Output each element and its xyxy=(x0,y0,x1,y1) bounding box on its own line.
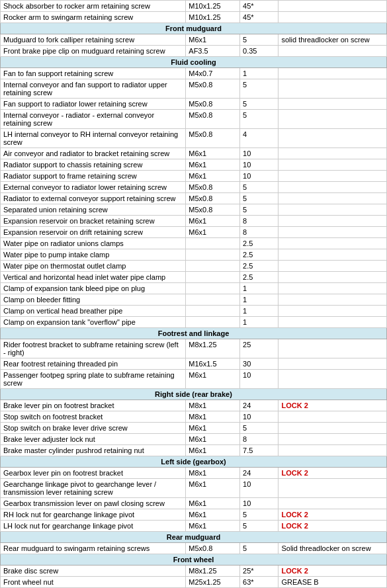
table-row: Rider footrest bracket to subframe retai… xyxy=(1,339,387,358)
thread-cell: M6x1 xyxy=(186,148,240,159)
table-row: Brake disc screwM8x1.2525*LOCK 2 xyxy=(1,566,387,577)
note-cell xyxy=(279,204,387,216)
note-cell xyxy=(279,79,387,99)
table-row: Vertical and horizontal head inlet water… xyxy=(1,272,387,283)
thread-cell: M10x1.25 xyxy=(186,12,240,23)
table-row: RH lock nut for gearchange linkage pivot… xyxy=(1,509,387,521)
torque-table: Shock absorber to rocker arm retaining s… xyxy=(0,0,387,588)
table-row: Brake lever pin on footrest bracketM8x12… xyxy=(1,400,387,411)
table-row: Water pipe to pump intake clamp2.5 xyxy=(1,249,387,261)
thread-cell xyxy=(186,294,240,306)
table-row: Radiator support to chassis retaining sc… xyxy=(1,159,387,171)
thread-cell xyxy=(186,283,240,294)
desc-cell: Clamp on expansion tank "overflow" pipe xyxy=(1,317,186,328)
thread-cell: M6x1 xyxy=(186,445,240,456)
note-cell xyxy=(279,261,387,272)
note-cell xyxy=(279,339,387,358)
torque-cell: 4 xyxy=(240,129,279,148)
torque-cell: 2.5 xyxy=(240,261,279,272)
desc-cell: Mudguard to fork calliper retaining scre… xyxy=(1,34,186,46)
torque-cell: 10 xyxy=(240,479,279,498)
thread-cell: M6x1 xyxy=(186,227,240,238)
desc-cell: Internal conveyor and fan support to rad… xyxy=(1,79,186,99)
table-row: Clamp on bleeder fitting1 xyxy=(1,294,387,306)
thread-cell: M6x1 xyxy=(186,498,240,509)
thread-cell: M6x1 xyxy=(186,171,240,182)
desc-cell: Clamp of expansion tank bleed pipe on pl… xyxy=(1,283,186,294)
thread-cell: M5x0.8 xyxy=(186,543,240,554)
desc-cell: Radiator support to chassis retaining sc… xyxy=(1,159,186,171)
desc-cell: External conveyor to radiator lower reta… xyxy=(1,182,186,193)
desc-cell: Expansion reservoir on drift retaining s… xyxy=(1,227,186,238)
section-header: Fluid cooling xyxy=(1,57,387,68)
thread-cell: M6x1 xyxy=(186,423,240,434)
thread-cell: M5x0.8 xyxy=(186,79,240,99)
torque-cell: 2.5 xyxy=(240,249,279,261)
table-row: Expansion reservoir on bracket retaining… xyxy=(1,216,387,227)
desc-cell: Rocker arm to swingarm retaining screw xyxy=(1,12,186,23)
section-header: Front mudguard xyxy=(1,23,387,34)
torque-cell: 1 xyxy=(240,317,279,328)
torque-cell: 5 xyxy=(240,509,279,521)
table-row: Stop switch on footrest bracketM8x110 xyxy=(1,411,387,423)
desc-cell: Brake lever adjuster lock nut xyxy=(1,434,186,445)
note-cell xyxy=(279,159,387,171)
section-header: Rear mudguard xyxy=(1,532,387,543)
torque-cell: 10 xyxy=(240,370,279,389)
torque-cell: 8 xyxy=(240,216,279,227)
torque-cell: 10 xyxy=(240,148,279,159)
table-row: Clamp on vertical head breather pipe1 xyxy=(1,306,387,317)
desc-cell: Water pipe to pump intake clamp xyxy=(1,249,186,261)
thread-cell: M6x1 xyxy=(186,521,240,532)
table-row: Clamp on expansion tank "overflow" pipe1 xyxy=(1,317,387,328)
desc-cell: Air conveyor and radiator to bracket ret… xyxy=(1,148,186,159)
thread-cell: M6x1 xyxy=(186,479,240,498)
torque-cell: 1 xyxy=(240,68,279,79)
table-row: Gearbox transmission lever on pawl closi… xyxy=(1,498,387,509)
torque-cell: 5 xyxy=(240,34,279,46)
table-row: Stop switch on brake lever drive screwM6… xyxy=(1,423,387,434)
desc-cell: Front brake pipe clip on mudguard retain… xyxy=(1,46,186,57)
thread-cell xyxy=(186,306,240,317)
desc-cell: Rider footrest bracket to subframe retai… xyxy=(1,339,186,358)
desc-cell: Shock absorber to rocker arm retaining s… xyxy=(1,1,186,12)
note-cell xyxy=(279,249,387,261)
note-cell xyxy=(279,238,387,249)
note-cell xyxy=(279,148,387,159)
torque-cell: 5 xyxy=(240,423,279,434)
note-cell: LOCK 2 xyxy=(279,509,387,521)
desc-cell: Radiator support to frame retaining scre… xyxy=(1,171,186,182)
note-cell xyxy=(279,171,387,182)
note-cell xyxy=(279,423,387,434)
note-cell xyxy=(279,434,387,445)
note-cell xyxy=(279,68,387,79)
desc-cell: Front wheel nut xyxy=(1,577,186,588)
thread-cell: M6x1 xyxy=(186,370,240,389)
thread-cell: M25x1.25 xyxy=(186,577,240,588)
thread-cell: M5x0.8 xyxy=(186,129,240,148)
table-row: Gearbox lever pin on footrest bracketM8x… xyxy=(1,468,387,479)
note-cell xyxy=(279,12,387,23)
desc-cell: Stop switch on brake lever drive screw xyxy=(1,423,186,434)
table-row: Brake lever adjuster lock nutM6x18 xyxy=(1,434,387,445)
thread-cell: M6x1 xyxy=(186,34,240,46)
note-cell xyxy=(279,110,387,129)
thread-cell: M5x0.8 xyxy=(186,204,240,216)
table-row: Water pipe on radiator unions clamps2.5 xyxy=(1,238,387,249)
torque-cell: 8 xyxy=(240,227,279,238)
table-row: Internal conveyor and fan support to rad… xyxy=(1,79,387,99)
note-cell xyxy=(279,498,387,509)
torque-cell: 5 xyxy=(240,182,279,193)
note-cell: GREASE B xyxy=(279,577,387,588)
torque-cell: 5 xyxy=(240,204,279,216)
thread-cell: M16x1.5 xyxy=(186,358,240,370)
thread-cell: M5x0.8 xyxy=(186,99,240,110)
note-cell: LOCK 2 xyxy=(279,521,387,532)
note-cell xyxy=(279,1,387,12)
torque-cell: 10 xyxy=(240,498,279,509)
thread-cell: M8x1.25 xyxy=(186,339,240,358)
torque-cell: 30 xyxy=(240,358,279,370)
note-cell xyxy=(279,306,387,317)
desc-cell: Fan to fan support retaining screw xyxy=(1,68,186,79)
table-row: Mudguard to fork calliper retaining scre… xyxy=(1,34,387,46)
